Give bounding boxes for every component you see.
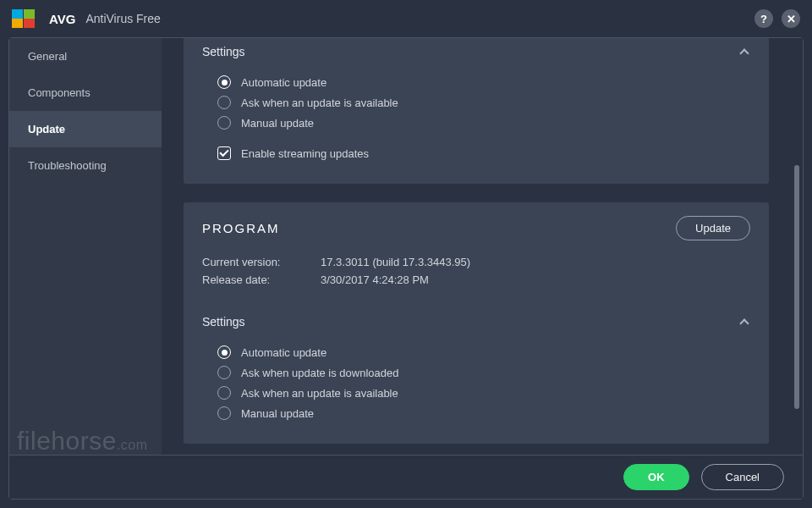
close-button[interactable]: ✕	[782, 9, 800, 28]
titlebar: AVG AntiVirus Free ? ✕	[0, 0, 812, 37]
option-program-automatic[interactable]: Automatic update	[217, 345, 750, 359]
radio-icon	[217, 406, 231, 420]
option-label: Ask when an update is available	[241, 97, 398, 109]
sidebar-item-update[interactable]: Update	[9, 111, 162, 147]
content-area: Settings Automatic update Ask when an up…	[162, 38, 791, 455]
panel-subtitle: Settings	[202, 315, 245, 329]
radio-icon	[217, 116, 231, 130]
info-key: Release date:	[202, 273, 321, 286]
radio-icon	[217, 75, 231, 89]
option-manual-update[interactable]: Manual update	[217, 116, 750, 130]
option-label: Automatic update	[241, 346, 326, 359]
option-automatic-update[interactable]: Automatic update	[217, 75, 750, 89]
brand-name: AVG	[49, 12, 75, 26]
help-button[interactable]: ?	[754, 9, 773, 28]
option-program-manual[interactable]: Manual update	[217, 406, 750, 420]
radio-icon	[217, 366, 231, 379]
avg-logo-icon	[12, 9, 41, 28]
product-name: AntiVirus Free	[85, 12, 160, 25]
radio-icon	[217, 386, 231, 400]
checkbox-icon	[217, 146, 231, 160]
info-row-release-date: Release date: 3/30/2017 4:24:28 PM	[202, 273, 750, 286]
panel-program: PROGRAM Update Current version: 17.3.301…	[184, 202, 769, 444]
option-ask-when-available[interactable]: Ask when an update is available	[217, 96, 750, 109]
info-key: Current version:	[202, 256, 321, 268]
option-program-ask-downloaded[interactable]: Ask when update is downloaded	[217, 366, 750, 379]
ok-button[interactable]: OK	[623, 464, 689, 490]
chevron-up-icon[interactable]	[738, 316, 750, 328]
radio-icon	[217, 345, 231, 359]
scrollbar[interactable]	[794, 43, 799, 450]
sidebar-item-general[interactable]: General	[9, 38, 162, 75]
option-label: Manual update	[241, 407, 314, 420]
panel-definitions-settings: Settings Automatic update Ask when an up…	[184, 38, 769, 184]
option-program-ask-available[interactable]: Ask when an update is available	[217, 386, 750, 400]
help-icon: ?	[760, 13, 767, 25]
panel-title: PROGRAM	[202, 221, 280, 235]
option-label: Ask when an update is available	[241, 387, 398, 400]
radio-icon	[217, 96, 231, 109]
option-label: Automatic update	[241, 76, 326, 89]
option-label: Ask when update is downloaded	[241, 367, 398, 379]
close-icon: ✕	[787, 13, 796, 25]
sidebar-item-label: Troubleshooting	[28, 159, 107, 172]
settings-window: General Components Update Troubleshootin…	[8, 37, 804, 500]
option-enable-streaming[interactable]: Enable streaming updates	[217, 146, 750, 160]
info-value: 3/30/2017 4:24:28 PM	[321, 273, 429, 286]
sidebar-item-components[interactable]: Components	[9, 75, 162, 111]
scrollbar-thumb[interactable]	[794, 165, 799, 409]
info-row-version: Current version: 17.3.3011 (build 17.3.3…	[202, 256, 750, 268]
panel-subtitle: Settings	[202, 45, 245, 58]
sidebar-item-label: Update	[28, 123, 65, 135]
sidebar-item-troubleshooting[interactable]: Troubleshooting	[9, 147, 162, 184]
update-button[interactable]: Update	[676, 216, 750, 240]
info-value: 17.3.3011 (build 17.3.3443.95)	[321, 256, 470, 268]
option-label: Manual update	[241, 117, 314, 130]
cancel-button[interactable]: Cancel	[701, 464, 784, 490]
sidebar: General Components Update Troubleshootin…	[9, 38, 162, 455]
sidebar-item-label: General	[28, 50, 67, 63]
footer: OK Cancel	[9, 455, 803, 499]
sidebar-item-label: Components	[28, 86, 91, 99]
chevron-up-icon[interactable]	[738, 46, 750, 58]
option-label: Enable streaming updates	[241, 147, 369, 160]
